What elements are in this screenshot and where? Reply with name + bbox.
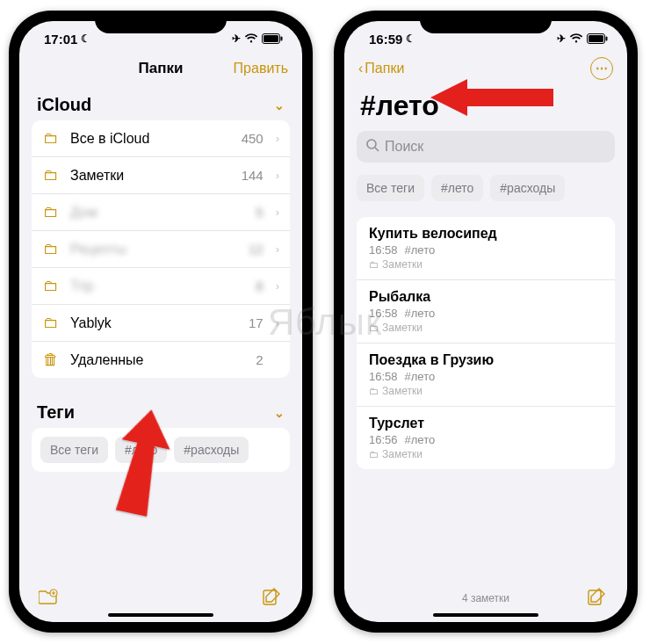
folder-icon: 🗀 <box>42 129 60 148</box>
folder-row[interactable]: 🗀Yablyk17› <box>32 305 290 342</box>
folder-label: Удаленные <box>70 352 245 368</box>
note-meta: 16:58#лето <box>369 243 603 257</box>
folder-icon: 🗀 <box>42 166 60 185</box>
folder-count: 5 <box>256 205 263 220</box>
folder-icon: 🗀 <box>369 386 379 396</box>
folder-icon: 🗀 <box>42 314 60 332</box>
folder-label: Все в iCloud <box>70 131 231 147</box>
folder-label: Trip <box>70 279 245 294</box>
home-indicator[interactable] <box>108 613 213 617</box>
airplane-icon: ✈ <box>557 33 566 45</box>
note-item[interactable]: Поездка в Грузию16:58#лето🗀Заметки <box>357 344 615 407</box>
folder-row[interactable]: 🗀Рецепты12› <box>32 231 290 268</box>
nav-title: Папки <box>19 60 302 77</box>
search-input[interactable]: Поиск <box>357 131 615 163</box>
folder-count: 144 <box>242 168 264 183</box>
note-title: Турслет <box>369 416 603 431</box>
svg-rect-7 <box>606 36 608 40</box>
tag-chip[interactable]: #лето <box>431 175 483 201</box>
note-title: Рыбалка <box>369 289 603 305</box>
tag-chip[interactable]: Все теги <box>357 175 424 201</box>
folder-icon: 🗀 <box>369 259 379 270</box>
note-meta: 16:56#лето <box>369 433 603 446</box>
status-time: 16:59 <box>369 32 402 47</box>
trash-icon: 🗑 <box>42 351 60 369</box>
note-title: Поездка в Грузию <box>369 352 603 368</box>
note-folder: 🗀Заметки <box>369 258 603 271</box>
back-button[interactable]: ‹ Папки <box>358 61 404 76</box>
folder-icon: 🗀 <box>42 240 60 258</box>
tags-filter-row: Все теги#лето#расходы <box>357 171 615 208</box>
notch <box>95 11 227 33</box>
folder-icon: 🗀 <box>369 449 379 459</box>
section-title: iCloud <box>37 95 91 115</box>
section-title: Теги <box>37 402 75 423</box>
compose-icon[interactable] <box>262 587 283 611</box>
folder-label: Рецепты <box>70 242 238 257</box>
ellipsis-icon: ⋯ <box>596 62 608 76</box>
battery-icon <box>587 32 608 47</box>
search-icon <box>365 138 379 156</box>
folder-icon: 🗀 <box>369 322 379 333</box>
folder-count: 2 <box>256 352 263 367</box>
airplane-icon: ✈ <box>232 33 241 45</box>
annotation-arrow-left <box>97 409 176 523</box>
svg-point-8 <box>367 140 376 148</box>
chevron-right-icon: › <box>276 316 279 329</box>
chevron-down-icon: ⌄ <box>274 406 285 420</box>
folder-count: 8 <box>256 279 263 293</box>
home-indicator[interactable] <box>433 613 538 617</box>
tag-chip[interactable]: #расходы <box>174 437 249 463</box>
tag-chip[interactable]: #расходы <box>490 175 565 201</box>
chevron-left-icon: ‹ <box>358 61 363 76</box>
deleted-row[interactable]: 🗑Удаленные2› <box>32 342 290 378</box>
more-button[interactable]: ⋯ <box>590 57 613 80</box>
chevron-right-icon: › <box>276 169 279 182</box>
notes-count: 4 заметки <box>385 592 587 604</box>
note-folder: 🗀Заметки <box>369 448 603 460</box>
back-label: Папки <box>365 61 404 76</box>
note-item[interactable]: Рыбалка16:58#лето🗀Заметки <box>357 280 615 344</box>
note-folder: 🗀Заметки <box>369 322 603 334</box>
dnd-moon-icon: ☾ <box>81 33 90 45</box>
search-placeholder: Поиск <box>385 139 423 155</box>
svg-marker-10 <box>107 409 176 518</box>
folder-row[interactable]: 🗀Дом5› <box>32 194 290 231</box>
new-folder-icon[interactable] <box>39 588 60 610</box>
chevron-right-icon: › <box>276 279 279 293</box>
chevron-right-icon: › <box>276 242 279 256</box>
status-time: 17:01 <box>44 32 77 47</box>
folder-row[interactable]: 🗀Все в iCloud450› <box>32 120 290 157</box>
iphone-left: 17:01 ☾ ✈ Папки Править <box>9 11 313 633</box>
note-folder: 🗀Заметки <box>369 385 603 397</box>
folder-icon: 🗀 <box>42 277 60 295</box>
battery-icon <box>262 32 283 47</box>
folder-label: Yablyk <box>70 315 238 331</box>
folder-row[interactable]: 🗀Заметки144› <box>32 157 290 194</box>
svg-rect-6 <box>589 35 603 42</box>
chevron-right-icon: › <box>276 206 279 219</box>
folder-list: 🗀Все в iCloud450›🗀Заметки144›🗀Дом5›🗀Реце… <box>32 120 290 378</box>
note-list: Купить велосипед16:58#лето🗀ЗаметкиРыбалк… <box>357 217 615 469</box>
notch <box>420 11 552 33</box>
wifi-icon <box>244 32 258 47</box>
folder-row[interactable]: 🗀Trip8› <box>32 268 290 305</box>
folder-label: Дом <box>70 205 245 221</box>
chevron-down-icon: ⌄ <box>274 98 285 112</box>
compose-icon[interactable] <box>587 587 608 611</box>
note-title: Купить велосипед <box>369 226 603 242</box>
nav-bar: Папки Править <box>19 56 302 86</box>
svg-rect-1 <box>264 35 278 42</box>
section-header-icloud[interactable]: iCloud ⌄ <box>32 86 290 120</box>
note-meta: 16:58#лето <box>369 307 603 320</box>
folder-label: Заметки <box>70 168 231 184</box>
folder-count: 450 <box>242 131 264 146</box>
svg-rect-2 <box>281 36 283 40</box>
note-item[interactable]: Турслет16:56#лето🗀Заметки <box>357 407 615 469</box>
folder-count: 12 <box>249 242 264 257</box>
folder-icon: 🗀 <box>42 203 60 221</box>
annotation-arrow-right <box>430 76 553 119</box>
note-meta: 16:58#лето <box>369 370 603 383</box>
wifi-icon <box>569 32 583 47</box>
note-item[interactable]: Купить велосипед16:58#лето🗀Заметки <box>357 217 615 280</box>
